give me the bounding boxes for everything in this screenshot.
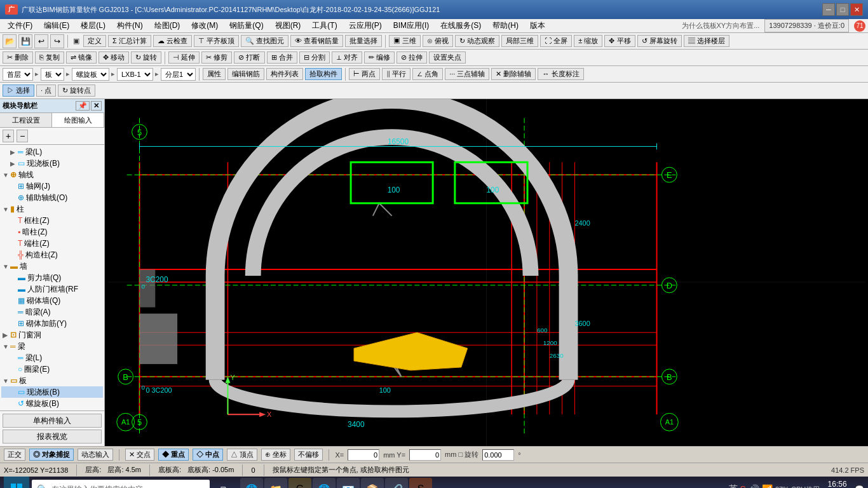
menu-file[interactable]: 文件(F) [3, 19, 37, 32]
type-select[interactable]: 螺旋板 [72, 68, 109, 81]
tree-item-masonry-wall[interactable]: ▦ 砌体墙(Q) [1, 295, 103, 306]
trim-btn[interactable]: ✂ 修剪 [201, 51, 232, 64]
sum-btn[interactable]: Σ 汇总计算 [108, 35, 151, 47]
snap-orthogonal[interactable]: 正交 [4, 449, 25, 461]
taskbar-app-chrome[interactable]: G [288, 478, 311, 488]
network-icon[interactable]: 📶 [762, 484, 773, 488]
expand-icon[interactable]: ▼ [3, 206, 10, 213]
taskbar-app-link[interactable]: 🔗 [385, 478, 408, 488]
properties-btn[interactable]: 属性 [203, 68, 226, 80]
edit-btn[interactable]: ✏ 编修 [364, 51, 395, 64]
align-top-btn[interactable]: ⊤ 平齐板顶 [194, 35, 239, 47]
pick-component-btn[interactable]: 拾取构件 [305, 68, 342, 80]
tree-item-masonry-rebar[interactable]: ⊞ 砌体加筋(Y) [1, 318, 103, 329]
edit-rebar-btn[interactable]: 编辑钢筋 [227, 68, 264, 80]
category-select[interactable]: 板 [41, 68, 64, 81]
tree-section-wall[interactable]: ▼ ▬ 墙 [1, 261, 103, 272]
copy-btn[interactable]: ⎘ 复制 [35, 51, 64, 64]
select-tool-btn[interactable]: ▷ 选择 [3, 85, 34, 97]
stretch-btn[interactable]: ⊘ 拉伸 [397, 51, 427, 64]
zoom-btn[interactable]: ± 缩放 [574, 35, 602, 47]
expand-icon-dw[interactable]: ▶ [3, 332, 10, 339]
delete-btn[interactable]: ✂ 删除 [3, 51, 33, 64]
snap-center[interactable]: ◇ 中点 [193, 449, 223, 461]
maximize-button[interactable]: □ [836, 3, 849, 16]
tree-item-end-col[interactable]: T 端柱(Z) [1, 238, 103, 249]
angle-input[interactable] [482, 449, 514, 461]
tree-item-ring-beam[interactable]: ○ 圈梁(E) [1, 363, 103, 375]
redo-btn[interactable]: ↪ [50, 34, 64, 48]
expand-icon-b2[interactable]: ▼ [3, 343, 10, 350]
top-view-btn[interactable]: ⊙ 俯视 [423, 35, 453, 47]
single-component-btn[interactable]: 单构件输入 [3, 414, 102, 428]
taskbar-app-ie[interactable]: 🌐 [313, 478, 336, 488]
sidebar-close-btn[interactable]: ✕ [91, 101, 102, 111]
fullscreen-btn[interactable]: ⛶ 全屏 [540, 35, 572, 47]
tree-section-slab[interactable]: ▼ ▭ 板 [1, 375, 103, 386]
tree-item-aux-axis[interactable]: ⊕ 辅助轴线(O) [1, 192, 103, 203]
snap-no-offset[interactable]: 不偏移 [294, 449, 323, 461]
menu-version[interactable]: 版本 [525, 19, 550, 32]
sidebar-add-btn[interactable]: + [3, 130, 14, 142]
layer-select[interactable]: 分层1 [161, 68, 196, 81]
tab-project-settings[interactable]: 工程设置 [0, 113, 52, 127]
canvas-area[interactable]: 16500 3C200 100 100 2400 3600 600 1200 2… [105, 99, 868, 446]
local-3d-btn[interactable]: 局部三维 [501, 35, 538, 47]
drawing-canvas[interactable]: 16500 3C200 100 100 2400 3600 600 1200 2… [105, 99, 868, 446]
tree-item-beam-l[interactable]: ▶ ═ 梁(L) [1, 146, 103, 158]
menu-edit[interactable]: 编辑(E) [39, 19, 74, 32]
tree-item-civil-def[interactable]: ▬ 人防门框墙(RF [1, 283, 103, 295]
tree-item-slab-b[interactable]: ▶ ▭ 现浇板(B) [1, 158, 103, 169]
tree-section-column[interactable]: ▼ ▮ 柱 [1, 203, 103, 215]
menu-help[interactable]: 帮助(H) [487, 19, 524, 32]
split-btn[interactable]: ⊟ 分割 [299, 51, 330, 64]
taskbar-app-s[interactable]: S [409, 478, 432, 488]
report-preview-btn[interactable]: 报表视览 [3, 430, 102, 444]
snap-intersection[interactable]: ✕ 交点 [125, 449, 154, 461]
close-button[interactable]: ✕ [850, 3, 863, 16]
tree-section-axis[interactable]: ▼ ⊕ 轴线 [1, 169, 103, 180]
del-aux-btn[interactable]: ✕ 删除辅轴 [491, 68, 536, 80]
taskbar-app-mail[interactable]: 📧 [337, 478, 360, 488]
sidebar-minus-btn[interactable]: − [17, 130, 28, 142]
windows-start-btn[interactable] [4, 477, 29, 488]
tree-item-dark-col[interactable]: ▪ 暗柱(Z) [1, 226, 103, 238]
snap-coord[interactable]: ⊕ 坐标 [261, 449, 290, 461]
phone-btn[interactable]: 13907298339 · 造价豆:0 [764, 19, 849, 32]
view-rebar-btn[interactable]: 👁 查看钢筋量 [290, 35, 343, 47]
name-select[interactable]: LXB-1 [117, 68, 153, 81]
three-point-btn[interactable]: ··· 三点辅轴 [445, 68, 489, 80]
set-grip-btn[interactable]: 设置夹点 [429, 51, 466, 64]
select-floor-btn[interactable]: ▤ 选择楼层 [684, 35, 729, 47]
taskbar-search[interactable]: 🔍 在这里输入你要搜索的内容 [32, 480, 210, 488]
y-input[interactable] [409, 449, 441, 461]
point-tool-btn[interactable]: · 点 [36, 85, 56, 97]
taskbar-app-file[interactable]: 📁 [264, 478, 287, 488]
two-point-btn[interactable]: ⊢ 两点 [349, 68, 380, 80]
expand-icon-s[interactable]: ▼ [3, 377, 10, 384]
clock[interactable]: 16:56 2018/7/6 [824, 479, 851, 488]
screen-rotate-btn[interactable]: ↺ 屏幕旋转 [637, 35, 682, 47]
menu-tools[interactable]: 工具(T) [307, 19, 342, 32]
menu-view[interactable]: 视图(R) [270, 19, 306, 32]
rotate-btn[interactable]: ↻ 旋转 [131, 51, 161, 64]
merge-btn[interactable]: ⊞ 合并 [267, 51, 297, 64]
batch-select-btn[interactable]: 批量选择 [345, 35, 382, 47]
minimize-button[interactable]: ─ [822, 3, 835, 16]
length-note-btn[interactable]: ↔ 长度标注 [538, 68, 583, 80]
component-list-btn[interactable]: 构件列表 [266, 68, 303, 80]
taskbar-app-box[interactable]: 📦 [361, 478, 384, 488]
menu-component[interactable]: 构件(N) [112, 19, 148, 32]
menu-rebar[interactable]: 钢筋量(Q) [224, 19, 268, 32]
parallel-btn[interactable]: ∥ 平行 [382, 68, 410, 80]
find-element-btn[interactable]: 🔍 查找图元 [241, 35, 288, 47]
rotate-point-btn[interactable]: ↻ 旋转点 [58, 85, 95, 97]
save-btn[interactable]: 💾 [18, 34, 32, 48]
tree-item-hidden-beam[interactable]: ═ 暗梁(A) [1, 306, 103, 318]
taskview-btn[interactable]: ⧉ [212, 478, 235, 488]
tab-drawing-input[interactable]: 绘图输入 [52, 113, 104, 127]
tree-item-axis-j[interactable]: ⊞ 轴网(J) [1, 180, 103, 192]
menu-modify[interactable]: 修改(M) [186, 19, 223, 32]
move-btn[interactable]: ✥ 移动 [98, 51, 129, 64]
antivirus-icon[interactable]: S [740, 484, 746, 488]
